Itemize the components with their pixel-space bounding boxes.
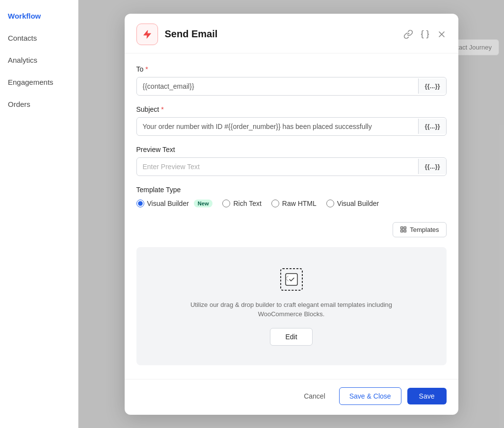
svg-rect-5 bbox=[404, 230, 406, 232]
subject-merge-tag-button[interactable]: {{...}} bbox=[418, 119, 446, 134]
preview-text-input-wrapper: {{...}} bbox=[136, 157, 447, 176]
radio-visual-builder[interactable]: Visual Builder New bbox=[136, 200, 213, 207]
cancel-button[interactable]: Cancel bbox=[296, 388, 333, 404]
builder-description: Utilize our drag & drop builder to craft… bbox=[174, 300, 409, 319]
sidebar: Workflow Contacts Analytics Engagements … bbox=[0, 0, 79, 428]
to-input[interactable] bbox=[137, 77, 419, 95]
radio-raw-html[interactable]: Raw HTML bbox=[271, 200, 317, 207]
preview-text-field-group: Preview Text {{...}} bbox=[136, 146, 447, 176]
save-button[interactable]: Save bbox=[407, 388, 447, 404]
template-type-group: Template Type Visual Builder New Rich Te… bbox=[136, 186, 447, 237]
save-close-button[interactable]: Save & Close bbox=[339, 387, 401, 405]
svg-rect-4 bbox=[401, 230, 403, 232]
template-type-label: Template Type bbox=[136, 186, 447, 194]
link-icon-button[interactable] bbox=[403, 29, 413, 39]
to-label: To * bbox=[136, 65, 447, 73]
radio-visual-builder-2-input[interactable] bbox=[326, 200, 334, 207]
template-type-radio-group: Visual Builder New Rich Text Raw HTML bbox=[136, 200, 379, 207]
modal-body: To * {{...}} Subject * bbox=[125, 53, 458, 379]
modal-title: Send Email bbox=[165, 28, 218, 40]
subject-label: Subject * bbox=[136, 105, 447, 113]
drag-drop-icon bbox=[279, 267, 304, 292]
sidebar-item-contacts[interactable]: Contacts bbox=[0, 27, 78, 49]
send-email-icon bbox=[136, 24, 158, 45]
sidebar-item-analytics[interactable]: Analytics bbox=[0, 49, 78, 71]
preview-text-label: Preview Text bbox=[136, 146, 447, 153]
subject-input[interactable] bbox=[137, 118, 419, 135]
to-input-wrapper: {{...}} bbox=[136, 77, 447, 96]
modal-overlay: Send Email bbox=[79, 0, 504, 428]
edit-button[interactable]: Edit bbox=[270, 328, 312, 346]
to-field-group: To * {{...}} bbox=[136, 65, 447, 96]
close-button[interactable] bbox=[437, 29, 447, 39]
send-email-modal: Send Email bbox=[125, 14, 458, 415]
radio-rich-text[interactable]: Rich Text bbox=[222, 200, 261, 207]
radio-visual-builder-input[interactable] bbox=[136, 200, 144, 207]
templates-icon bbox=[400, 226, 407, 233]
preview-text-input[interactable] bbox=[137, 158, 419, 176]
svg-rect-7 bbox=[286, 274, 297, 285]
radio-rich-text-label: Rich Text bbox=[233, 200, 261, 207]
new-badge: New bbox=[194, 200, 213, 207]
sidebar-item-orders[interactable]: Orders bbox=[0, 93, 78, 115]
preview-text-merge-tag-button[interactable]: {{...}} bbox=[418, 159, 446, 174]
to-merge-tag-button[interactable]: {{...}} bbox=[418, 78, 446, 94]
radio-visual-builder-2-label: Visual Builder bbox=[337, 200, 379, 207]
subject-required: * bbox=[161, 105, 163, 113]
svg-rect-2 bbox=[401, 227, 403, 229]
modal-title-area: Send Email bbox=[136, 24, 218, 45]
modal-header: Send Email bbox=[125, 14, 458, 53]
modal-header-actions bbox=[403, 29, 447, 39]
modal-footer: Cancel Save & Close Save bbox=[125, 379, 458, 415]
subject-field-group: Subject * {{...}} bbox=[136, 105, 447, 136]
sidebar-item-workflow[interactable]: Workflow bbox=[0, 5, 78, 27]
sidebar-item-engagements[interactable]: Engagements bbox=[0, 71, 78, 93]
templates-button[interactable]: Templates bbox=[393, 222, 446, 237]
subject-input-wrapper: {{...}} bbox=[136, 117, 447, 136]
to-required: * bbox=[145, 65, 148, 73]
radio-visual-builder-2[interactable]: Visual Builder bbox=[326, 200, 379, 207]
merge-tags-icon-button[interactable] bbox=[420, 29, 430, 39]
radio-raw-html-label: Raw HTML bbox=[282, 200, 317, 207]
radio-rich-text-input[interactable] bbox=[222, 200, 230, 207]
radio-raw-html-input[interactable] bbox=[271, 200, 279, 207]
builder-area: Utilize our drag & drop builder to craft… bbox=[136, 247, 447, 365]
radio-visual-builder-label: Visual Builder bbox=[147, 200, 189, 207]
svg-rect-3 bbox=[404, 227, 406, 229]
